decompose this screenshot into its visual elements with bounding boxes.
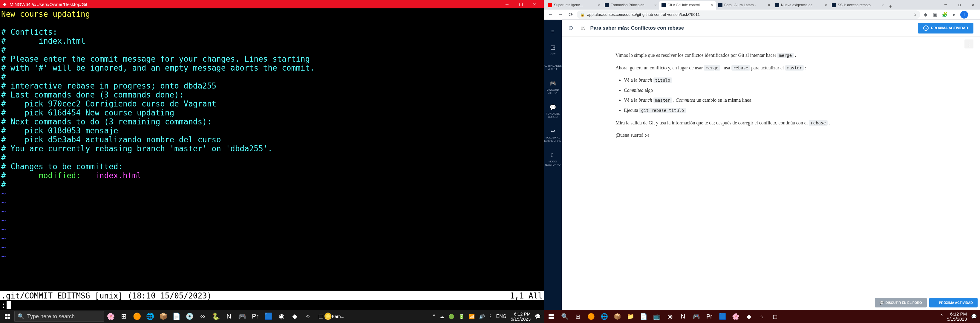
browser-tab[interactable]: Nueva exigencia de ...× <box>773 1 829 10</box>
tb-app-icon[interactable]: 🟠 <box>584 310 598 323</box>
edge-icon[interactable]: 🌐 <box>143 310 157 323</box>
lesson-menu-button[interactable]: ⋮ <box>964 40 974 48</box>
minimize-button[interactable]: ─ <box>500 0 514 8</box>
next-activity-button-bottom[interactable]: →PRÓXIMA ACTIVIDAD <box>929 298 978 307</box>
tb-app-icon[interactable]: 🟦 <box>716 310 729 323</box>
tab-close-icon[interactable]: × <box>598 3 600 8</box>
tb-disc-icon[interactable]: 💿 <box>183 310 196 323</box>
notifications-icon[interactable]: 💬 <box>971 314 977 320</box>
tab-close-icon[interactable]: × <box>825 3 827 8</box>
search-placeholder: Type here to search <box>27 313 75 320</box>
bluetooth-icon[interactable]: ᛒ <box>489 314 492 319</box>
ext-icon[interactable]: ◆ <box>922 11 929 18</box>
tab-close-icon[interactable]: × <box>768 3 770 8</box>
reload-button[interactable]: ⟳ <box>566 10 575 19</box>
chrome-icon[interactable]: ◉ <box>663 310 676 323</box>
star-icon[interactable]: ☆ <box>913 12 917 17</box>
tb-app-icon[interactable]: ◻ <box>768 310 782 323</box>
taskbar-clock[interactable]: 6:12 PM 5/15/2023 <box>947 311 967 321</box>
language-indicator[interactable]: ENG <box>496 314 507 319</box>
ext-icon[interactable]: ▸ <box>951 11 958 18</box>
onedrive-icon[interactable]: ☁ <box>439 314 444 320</box>
edge-icon[interactable]: 🌐 <box>598 310 611 323</box>
close-button[interactable]: ✕ <box>528 0 541 8</box>
vs-icon[interactable]: ∞ <box>196 310 209 323</box>
address-bar[interactable]: 🔒 app.aluracursos.com/course/git-github-… <box>577 10 920 19</box>
taskbar-left[interactable]: 🔍 Type here to search 🌸 ⊞ 🟠 🌐 📦 📄 💿 ∞ 🐍 … <box>0 310 544 323</box>
sidebar-discord[interactable]: 🎮DISCORD ALURA <box>544 79 562 96</box>
sidebar-forum[interactable]: 💬FORO DEL CURSO <box>544 102 562 120</box>
terminal-titlebar[interactable]: ◆ MINGW64:/c/Users/Owner/Desktop/Git ─ ▢… <box>0 0 544 8</box>
extensions-icon[interactable]: 🧩 <box>941 11 948 18</box>
vim-command-line[interactable]: : <box>0 300 544 310</box>
watch-icon[interactable]: ⊙ <box>568 24 576 32</box>
ext-icon[interactable]: ▣ <box>932 11 939 18</box>
browser-tab[interactable]: Foro | Alura Latam -× <box>716 1 773 10</box>
tb-app-icon-5[interactable]: 🟦 <box>262 310 275 323</box>
task-view-icon[interactable]: ⊞ <box>117 310 130 323</box>
search-icon[interactable]: 🔍 <box>558 310 571 323</box>
browser-tab[interactable]: Formación Principian...× <box>602 1 659 10</box>
browser-maximize-button[interactable]: ▢ <box>953 0 966 9</box>
earn-button[interactable]: 🪙 Earn... <box>328 310 340 323</box>
start-button[interactable] <box>544 310 558 323</box>
volume-icon[interactable]: 🔊 <box>479 314 485 320</box>
tab-close-icon[interactable]: × <box>881 3 884 8</box>
vscode-icon[interactable]: ⟐ <box>755 310 768 323</box>
next-activity-button[interactable]: → PRÓXIMA ACTIVIDAD <box>918 23 974 34</box>
tray-chevron-icon[interactable]: ^ <box>433 314 435 319</box>
tab-close-icon[interactable]: × <box>654 3 657 8</box>
xbox-icon[interactable]: 🎮 <box>235 310 248 323</box>
forward-button[interactable]: → <box>556 10 565 19</box>
chrome-icon[interactable]: ◉ <box>275 310 288 323</box>
browser-tabstrip[interactable]: Super Inteligenc...× Formación Principia… <box>544 0 980 10</box>
wifi-icon[interactable]: 📶 <box>469 314 475 320</box>
premiere-icon[interactable]: Pr <box>248 310 262 323</box>
task-view-icon[interactable]: ⊞ <box>571 310 584 323</box>
sidebar-dark-mode[interactable]: ☾MODO NOCTURNO <box>544 150 562 168</box>
browser-close-button[interactable]: ✕ <box>966 0 980 9</box>
tb-flower-icon[interactable]: 🌸 <box>104 310 117 323</box>
taskbar-search[interactable]: 🔍 Type here to search <box>14 311 104 322</box>
sidebar-activities[interactable]: ACTIVIDADES 4 de 11 <box>544 63 562 72</box>
terminal-editor[interactable]: New course updating # Conflicts: # index… <box>0 8 544 291</box>
git-app-icon[interactable]: ◆ <box>288 310 301 323</box>
battery-icon[interactable]: 🔋 <box>459 314 465 320</box>
tb-app-icon-2[interactable]: 📦 <box>157 310 170 323</box>
netflix-icon[interactable]: N <box>676 310 690 323</box>
new-tab-button[interactable]: + <box>886 3 894 10</box>
tb-app-icon-3[interactable]: 📄 <box>170 310 183 323</box>
tb-app-icon-4[interactable]: 🐍 <box>209 310 222 323</box>
profile-avatar[interactable]: I <box>960 11 968 19</box>
start-button[interactable] <box>0 310 14 323</box>
netflix-icon[interactable]: N <box>222 310 235 323</box>
vscode-icon[interactable]: ⟐ <box>301 310 314 323</box>
folder-icon[interactable]: 📁 <box>624 310 637 323</box>
tb-app-icon[interactable]: 🟠 <box>130 310 143 323</box>
back-button[interactable]: ← <box>546 10 555 19</box>
discuss-forum-button[interactable]: 💬DISCUTIR EN EL FORO <box>875 298 927 307</box>
sidebar-progress[interactable]: ◳70% <box>544 42 562 56</box>
tab-close-icon[interactable]: × <box>711 3 713 8</box>
notifications-icon[interactable]: 💬 <box>535 314 541 320</box>
browser-minimize-button[interactable]: ─ <box>939 0 953 9</box>
tb-app-icon[interactable]: 🌸 <box>729 310 742 323</box>
browser-tab-active[interactable]: Git y GitHub: control...× <box>659 1 716 10</box>
lesson-paragraph: Vimos lo simple que es resolver los conf… <box>616 51 914 59</box>
taskbar-clock[interactable]: 6:12 PM 5/15/2023 <box>511 311 531 321</box>
xbox-icon[interactable]: 🎮 <box>690 310 703 323</box>
browser-tab[interactable]: Super Inteligenc...× <box>546 1 602 10</box>
sidebar-dashboard[interactable]: ↩VOLVER AL DASHBOARD <box>544 126 562 144</box>
browser-tab[interactable]: SSH: acceso remoto ...× <box>829 1 886 10</box>
taskbar-right[interactable]: 🔍 ⊞ 🟠 🌐 📦 📁 📄 📺 ◉ N 🎮 Pr 🟦 🌸 ◆ ⟐ ◻ ^ 6:1… <box>544 310 980 323</box>
sidebar-menu-toggle[interactable]: ≡ <box>544 26 562 36</box>
tb-app-icon[interactable]: 📦 <box>611 310 624 323</box>
tb-app-icon[interactable]: 📺 <box>650 310 663 323</box>
tray-chevron-icon[interactable]: ^ <box>940 314 943 319</box>
maximize-button[interactable]: ▢ <box>514 0 528 8</box>
tb-app-icon[interactable]: 📄 <box>637 310 650 323</box>
menu-icon[interactable]: ⋮ <box>970 11 978 18</box>
premiere-icon[interactable]: Pr <box>703 310 716 323</box>
git-app-icon[interactable]: ◆ <box>742 310 755 323</box>
tray-app-icon[interactable]: 🟢 <box>449 314 455 320</box>
